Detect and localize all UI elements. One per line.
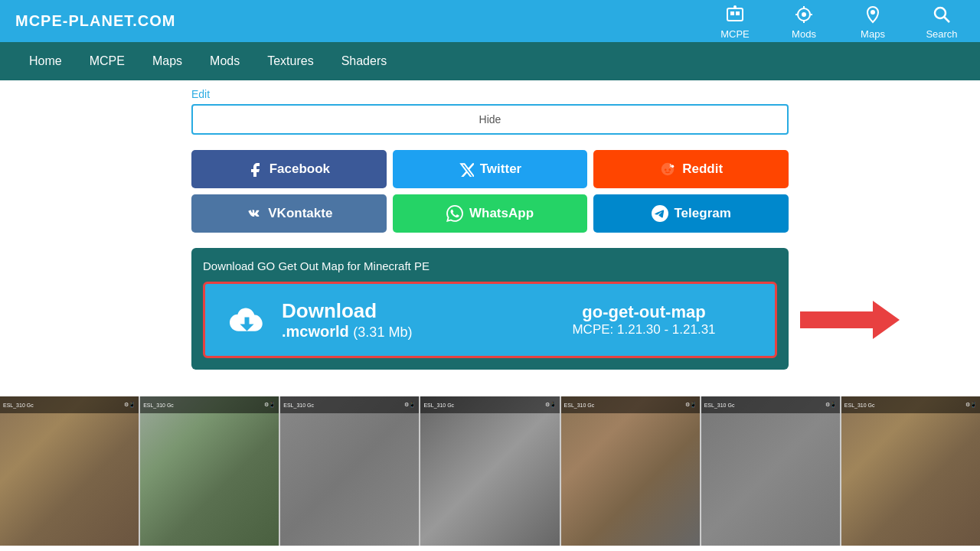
site-logo[interactable]: MCPE-PLANET.COM bbox=[15, 12, 175, 30]
screenshot-placeholder-6 bbox=[701, 396, 840, 546]
screenshot-overlay-icons-6: ⚙📱 bbox=[825, 402, 837, 408]
hide-container: Hide bbox=[191, 104, 789, 135]
screenshot-overlay-text-1: ESL_310 Gc bbox=[3, 403, 34, 408]
hide-button[interactable]: Hide bbox=[193, 106, 787, 133]
screenshots-strip: ESL_310 Gc ⚙📱 ESL_310 Gc ⚙📱 ESL_310 Gc ⚙… bbox=[0, 396, 980, 546]
nav-textures[interactable]: Textures bbox=[253, 42, 327, 80]
whatsapp-label: WhatsApp bbox=[469, 206, 534, 221]
nav-icon-search[interactable]: Search bbox=[919, 2, 965, 40]
screenshot-4[interactable]: ESL_310 Gc ⚙📱 bbox=[420, 396, 559, 546]
screenshot-overlay-icons-4: ⚙📱 bbox=[545, 402, 557, 408]
telegram-share-button[interactable]: Telegram bbox=[593, 194, 789, 233]
vk-label: VKontakte bbox=[268, 206, 332, 221]
social-share-grid: Facebook Twitter bbox=[191, 150, 789, 233]
download-text-right: go-get-out-map MCPE: 1.21.30 - 1.21.31 bbox=[528, 302, 760, 337]
arrow-head bbox=[873, 301, 900, 339]
download-text-left: Download .mcworld (3.31 Mb) bbox=[282, 299, 513, 341]
download-cloud-icon bbox=[220, 295, 266, 344]
nav-mods[interactable]: Mods bbox=[196, 42, 253, 80]
search-icon bbox=[929, 2, 954, 27]
download-section-title: Download GO Get Out Map for Minecraft PE bbox=[203, 259, 777, 272]
facebook-label: Facebook bbox=[270, 161, 330, 177]
screenshot-7[interactable]: ESL_310 Gc ⚙📱 bbox=[841, 396, 980, 546]
svg-rect-2 bbox=[736, 11, 740, 15]
screenshot-overlay-3: ESL_310 Gc ⚙📱 bbox=[280, 396, 419, 413]
svg-point-11 bbox=[935, 8, 946, 18]
svg-rect-1 bbox=[730, 11, 734, 15]
telegram-label: Telegram bbox=[675, 206, 731, 221]
screenshot-overlay-icons-3: ⚙📱 bbox=[404, 402, 416, 408]
nav-shaders[interactable]: Shaders bbox=[328, 42, 401, 80]
screenshot-overlay-text-2: ESL_310 Gc bbox=[143, 403, 174, 408]
download-filename: go-get-out-map bbox=[528, 302, 760, 322]
screenshot-overlay-icons-5: ⚙📱 bbox=[685, 402, 697, 408]
nav-maps[interactable]: Maps bbox=[139, 42, 196, 80]
maps-icon bbox=[861, 2, 885, 27]
facebook-share-button[interactable]: Facebook bbox=[191, 150, 387, 188]
vkontakte-share-button[interactable]: VKontakte bbox=[191, 194, 387, 233]
svg-line-12 bbox=[945, 18, 950, 23]
screenshot-3[interactable]: ESL_310 Gc ⚙📱 bbox=[280, 396, 419, 546]
search-label: Search bbox=[926, 28, 957, 40]
download-version: MCPE: 1.21.30 - 1.21.31 bbox=[528, 322, 760, 337]
download-btn-wrapper: Download .mcworld (3.31 Mb) go-get-out-m… bbox=[203, 282, 777, 358]
download-sub-label: .mcworld (3.31 Mb) bbox=[282, 323, 513, 341]
screenshot-overlay-6: ESL_310 Gc ⚙📱 bbox=[701, 396, 840, 413]
download-main-label: Download bbox=[282, 299, 513, 323]
mods-label: Mods bbox=[792, 28, 816, 40]
top-navigation: MCPE-PLANET.COM MCPE bbox=[0, 0, 980, 42]
facebook-icon bbox=[248, 161, 263, 177]
screenshot-overlay-2: ESL_310 Gc ⚙📱 bbox=[140, 396, 279, 413]
screenshot-overlay-1: ESL_310 Gc ⚙📱 bbox=[0, 396, 139, 413]
vk-icon bbox=[245, 205, 262, 222]
screenshot-overlay-text-4: ESL_310 Gc bbox=[423, 403, 454, 408]
svg-point-16 bbox=[669, 169, 671, 171]
mods-icon bbox=[792, 2, 816, 27]
nav-icon-mcpe[interactable]: MCPE bbox=[712, 2, 758, 40]
whatsapp-icon bbox=[446, 205, 463, 222]
twitter-icon bbox=[459, 161, 474, 177]
reddit-label: Reddit bbox=[682, 161, 723, 177]
screenshot-placeholder-3 bbox=[280, 396, 419, 546]
svg-point-5 bbox=[802, 12, 806, 17]
nav-icon-maps[interactable]: Maps bbox=[850, 2, 896, 40]
screenshot-overlay-icons-1: ⚙📱 bbox=[124, 402, 136, 408]
svg-rect-0 bbox=[727, 8, 743, 21]
nav-mcpe[interactable]: MCPE bbox=[76, 42, 139, 80]
screenshot-overlay-text-6: ESL_310 Gc bbox=[704, 403, 735, 408]
maps-label: Maps bbox=[861, 28, 885, 40]
whatsapp-share-button[interactable]: WhatsApp bbox=[393, 194, 588, 233]
screenshot-6[interactable]: ESL_310 Gc ⚙📱 bbox=[701, 396, 840, 546]
screenshot-placeholder-4 bbox=[420, 396, 559, 546]
screenshot-overlay-text-7: ESL_310 Gc bbox=[844, 403, 875, 408]
screenshot-placeholder-2 bbox=[140, 396, 279, 546]
download-button[interactable]: Download .mcworld (3.31 Mb) go-get-out-m… bbox=[203, 282, 777, 358]
twitter-label: Twitter bbox=[480, 161, 521, 177]
screenshot-overlay-text-3: ESL_310 Gc bbox=[283, 403, 314, 408]
svg-point-10 bbox=[871, 10, 875, 15]
svg-point-14 bbox=[662, 163, 675, 176]
screenshot-overlay-icons-7: ⚙📱 bbox=[965, 402, 977, 408]
reddit-icon bbox=[659, 161, 676, 178]
nav-icon-mods[interactable]: Mods bbox=[781, 2, 827, 40]
reddit-share-button[interactable]: Reddit bbox=[593, 150, 789, 188]
screenshot-2[interactable]: ESL_310 Gc ⚙📱 bbox=[140, 396, 279, 546]
svg-point-15 bbox=[665, 169, 667, 171]
screenshot-5[interactable]: ESL_310 Gc ⚙📱 bbox=[561, 396, 700, 546]
screenshot-overlay-text-5: ESL_310 Gc bbox=[564, 403, 595, 408]
telegram-icon bbox=[652, 205, 668, 222]
arrow-body bbox=[800, 311, 873, 328]
edit-label: Edit bbox=[191, 88, 789, 100]
screenshot-overlay-5: ESL_310 Gc ⚙📱 bbox=[561, 396, 700, 413]
top-nav-icons: MCPE Mods Maps bbox=[712, 2, 965, 40]
screenshot-placeholder-5 bbox=[561, 396, 700, 546]
nav-home[interactable]: Home bbox=[15, 42, 76, 80]
svg-point-18 bbox=[670, 165, 671, 166]
download-section: Download GO Get Out Map for Minecraft PE… bbox=[191, 248, 789, 370]
mcpe-icon bbox=[723, 2, 747, 27]
screenshot-overlay-7: ESL_310 Gc ⚙📱 bbox=[841, 396, 980, 413]
screenshot-1[interactable]: ESL_310 Gc ⚙📱 bbox=[0, 396, 139, 546]
main-navigation: Home MCPE Maps Mods Textures Shaders bbox=[0, 42, 980, 80]
twitter-share-button[interactable]: Twitter bbox=[393, 150, 588, 188]
svg-point-3 bbox=[733, 5, 737, 8]
